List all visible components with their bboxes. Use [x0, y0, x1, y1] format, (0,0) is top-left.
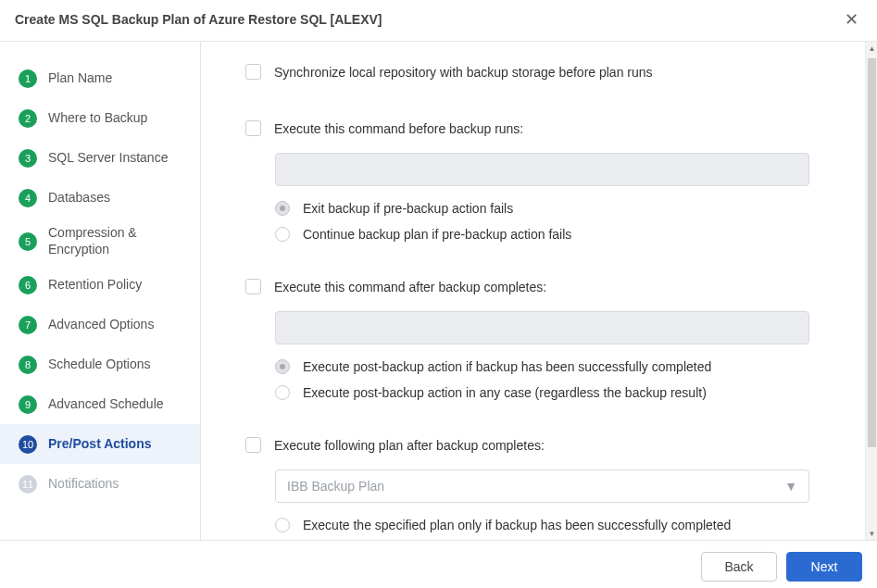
- step-number: 1: [19, 69, 37, 88]
- scroll-down-icon[interactable]: ▼: [866, 527, 877, 540]
- pre-radio-continue-label: Continue backup plan if pre-backup actio…: [303, 227, 571, 242]
- sync-label: Synchronize local repository with backup…: [274, 65, 653, 80]
- next-plan-checkbox[interactable]: [245, 437, 261, 453]
- step-compression-encryption[interactable]: 5 Compression & Encryption: [0, 218, 200, 265]
- scrollbar[interactable]: ▲ ▼: [865, 42, 877, 540]
- dialog-footer: Back Next: [0, 540, 877, 588]
- form-section: Synchronize local repository with backup…: [201, 42, 854, 538]
- scroll-up-icon[interactable]: ▲: [866, 42, 877, 55]
- step-number: 4: [19, 189, 37, 207]
- pre-radio-exit-row[interactable]: Exit backup if pre-backup action fails: [275, 195, 809, 221]
- step-number: 2: [19, 109, 37, 128]
- step-label: Where to Backup: [48, 110, 147, 127]
- step-sql-server-instance[interactable]: 3 SQL Server Instance: [0, 138, 200, 178]
- step-notifications[interactable]: 11 Notifications: [0, 464, 200, 504]
- step-advanced-schedule[interactable]: 9 Advanced Schedule: [0, 384, 200, 424]
- post-radio-any[interactable]: [275, 385, 290, 400]
- pre-cmd-checkbox[interactable]: [245, 120, 261, 136]
- step-label: Advanced Schedule: [48, 396, 164, 413]
- dialog-header: Create MS SQL Backup Plan of Azure Resto…: [0, 0, 877, 42]
- pre-cmd-input[interactable]: [275, 153, 809, 186]
- pre-cmd-row: Execute this command before backup runs:: [245, 109, 809, 145]
- pre-radio-exit[interactable]: [275, 201, 290, 216]
- step-where-to-backup[interactable]: 2 Where to Backup: [0, 98, 200, 138]
- step-number: 8: [19, 356, 37, 374]
- next-plan-select[interactable]: IBB Backup Plan ▼: [275, 469, 809, 503]
- step-label: Notifications: [48, 476, 119, 493]
- scroll-thumb[interactable]: [868, 58, 876, 447]
- next-plan-radio-success-row[interactable]: Execute the specified plan only if backu…: [275, 512, 809, 538]
- post-cmd-checkbox[interactable]: [245, 279, 261, 294]
- post-radio-any-label: Execute post-backup action in any case (…: [303, 385, 707, 400]
- next-plan-radio-success[interactable]: [275, 518, 290, 532]
- step-retention-policy[interactable]: 6 Retention Policy: [0, 265, 200, 305]
- next-button[interactable]: Next: [786, 552, 862, 582]
- post-radio-success-label: Execute post-backup action if backup has…: [303, 359, 711, 374]
- pre-radio-continue[interactable]: [275, 227, 290, 242]
- next-plan-label: Execute following plan after backup comp…: [274, 438, 545, 453]
- step-label: Advanced Options: [48, 317, 154, 333]
- step-databases[interactable]: 4 Databases: [0, 178, 200, 218]
- step-label: Databases: [48, 190, 110, 206]
- close-button[interactable]: ✕: [841, 9, 862, 30]
- content-panel: Synchronize local repository with backup…: [201, 42, 865, 540]
- step-label: Plan Name: [48, 70, 112, 87]
- step-advanced-options[interactable]: 7 Advanced Options: [0, 305, 200, 344]
- pre-cmd-label: Execute this command before backup runs:: [274, 121, 523, 136]
- step-label: Pre/Post Actions: [48, 436, 152, 453]
- step-label: Compression & Encryption: [48, 225, 191, 257]
- pre-radio-continue-row[interactable]: Continue backup plan if pre-backup actio…: [275, 221, 809, 247]
- step-schedule-options[interactable]: 8 Schedule Options: [0, 344, 200, 384]
- sync-checkbox[interactable]: [245, 64, 261, 80]
- chevron-down-icon: ▼: [784, 479, 797, 494]
- next-plan-row: Execute following plan after backup comp…: [245, 426, 809, 462]
- post-cmd-label: Execute this command after backup comple…: [274, 280, 546, 294]
- step-number: 11: [19, 475, 37, 494]
- step-number: 10: [19, 435, 37, 454]
- step-number: 3: [19, 149, 37, 168]
- dialog-body: 1 Plan Name 2 Where to Backup 3 SQL Serv…: [0, 42, 877, 540]
- step-label: Schedule Options: [48, 357, 151, 373]
- step-plan-name[interactable]: 1 Plan Name: [0, 58, 200, 98]
- pre-radio-exit-label: Exit backup if pre-backup action fails: [303, 201, 513, 216]
- wizard-sidebar: 1 Plan Name 2 Where to Backup 3 SQL Serv…: [0, 42, 201, 540]
- next-plan-value: IBB Backup Plan: [287, 479, 384, 494]
- step-number: 6: [19, 276, 37, 294]
- step-number: 7: [19, 316, 37, 334]
- next-plan-radio-success-label: Execute the specified plan only if backu…: [303, 518, 731, 532]
- step-number: 5: [19, 232, 37, 251]
- post-radio-any-row[interactable]: Execute post-backup action in any case (…: [275, 380, 809, 406]
- step-pre-post-actions[interactable]: 10 Pre/Post Actions: [0, 424, 200, 464]
- back-button[interactable]: Back: [701, 552, 777, 582]
- close-icon: ✕: [845, 10, 858, 29]
- post-radio-success[interactable]: [275, 359, 290, 374]
- content-outer: Synchronize local repository with backup…: [201, 42, 877, 540]
- step-label: Retention Policy: [48, 277, 142, 294]
- post-radio-success-row[interactable]: Execute post-backup action if backup has…: [275, 354, 809, 380]
- post-cmd-row: Execute this command after backup comple…: [245, 268, 809, 304]
- step-label: SQL Server Instance: [48, 150, 168, 167]
- post-cmd-input[interactable]: [275, 311, 809, 344]
- dialog-title: Create MS SQL Backup Plan of Azure Resto…: [15, 12, 382, 27]
- sync-row: Synchronize local repository with backup…: [245, 53, 809, 89]
- step-number: 9: [19, 395, 37, 414]
